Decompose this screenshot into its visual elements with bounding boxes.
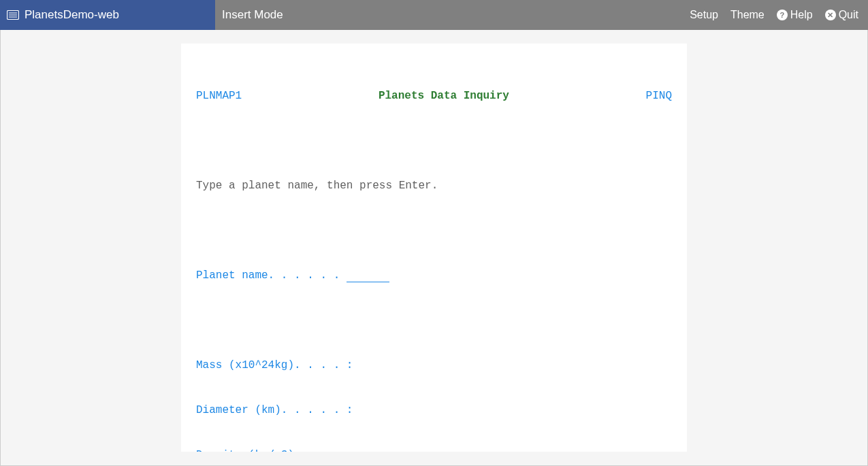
field-row: Mass (x10^24kg). . . . : (196, 358, 672, 373)
top-bar: PlanetsDemo-web Insert Mode Setup Theme … (0, 0, 868, 30)
tran-id: PINQ (646, 88, 672, 103)
field-row: Diameter (km). . . . . : (196, 403, 672, 418)
app-title: PlanetsDemo-web (25, 8, 119, 22)
app-title-block: PlanetsDemo-web (0, 0, 215, 30)
blank-row (196, 313, 672, 328)
setup-label: Setup (690, 9, 718, 21)
close-icon: ✕ (825, 10, 836, 20)
field-row: Density (kg/m3). . . . : (196, 448, 672, 452)
help-icon: ? (777, 10, 788, 20)
terminal-header-row: PLNMAP1 Planets Data Inquiry PINQ (196, 88, 672, 103)
theme-menu[interactable]: Theme (730, 9, 765, 21)
terminal-screen[interactable]: PLNMAP1 Planets Data Inquiry PINQ Type a… (181, 44, 687, 452)
blank-row (196, 223, 672, 238)
theme-label: Theme (730, 9, 765, 21)
blank-row (196, 133, 672, 148)
screen-title: Planets Data Inquiry (242, 88, 645, 103)
planet-name-label: Planet name. . . . . . (196, 269, 347, 282)
quit-label: Quit (839, 9, 858, 21)
mode-indicator: Insert Mode (215, 0, 690, 30)
screen-id: PLNMAP1 (196, 88, 242, 103)
mode-label: Insert Mode (222, 8, 283, 22)
terminal-icon (7, 10, 19, 20)
menu-block: Setup Theme ? Help ✕ Quit (690, 0, 868, 30)
help-menu[interactable]: ? Help (777, 9, 813, 21)
help-label: Help (790, 9, 813, 21)
instruction-row: Type a planet name, then press Enter. (196, 178, 672, 193)
setup-menu[interactable]: Setup (690, 9, 718, 21)
main-area: PLNMAP1 Planets Data Inquiry PINQ Type a… (0, 30, 868, 466)
quit-menu[interactable]: ✕ Quit (825, 9, 858, 21)
planet-name-input[interactable] (347, 270, 389, 282)
planet-name-row: Planet name. . . . . . (196, 268, 672, 283)
